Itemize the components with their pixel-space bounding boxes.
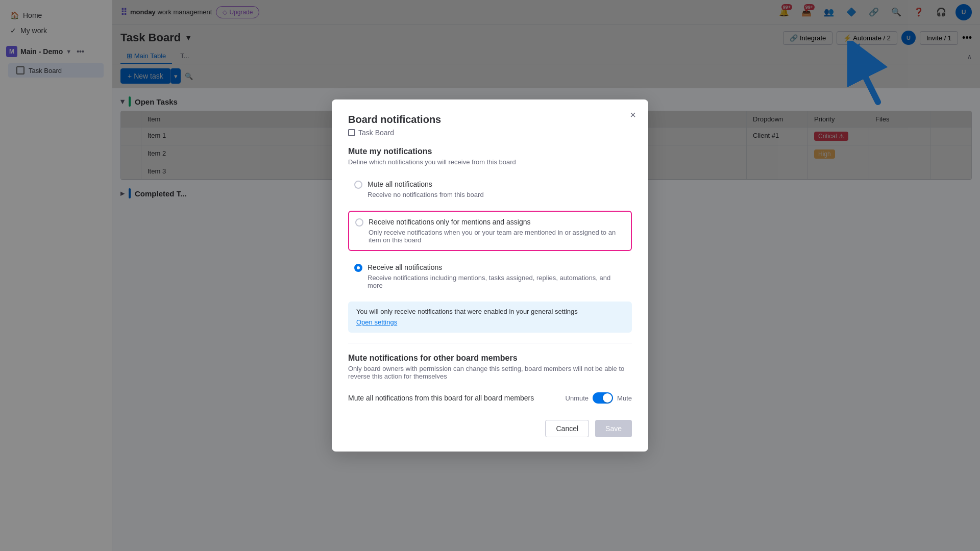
- mute-toggle[interactable]: [593, 392, 613, 404]
- option-all-notifications[interactable]: Receive all notifications Receive notifi…: [348, 257, 632, 295]
- mute-label: Mute: [617, 394, 632, 402]
- option-mute-all[interactable]: Mute all notifications Receive no notifi…: [348, 174, 632, 205]
- dialog-close-button[interactable]: ×: [626, 108, 640, 122]
- option-mute-all-row: Mute all notifications: [354, 180, 626, 189]
- mute-members-label: Mute all notifications from this board f…: [348, 394, 534, 402]
- option-mentions-title: Receive notifications only for mentions …: [369, 218, 531, 226]
- radio-mute-all[interactable]: [354, 181, 362, 189]
- radio-all-notifications[interactable]: [354, 264, 362, 272]
- unmute-label: Unmute: [566, 394, 589, 402]
- radio-inner: [357, 266, 360, 269]
- dialog-board-label: Task Board: [348, 129, 632, 137]
- option-all-row: Receive all notifications: [354, 263, 626, 272]
- section2-desc: Only board owners with permission can ch…: [348, 365, 632, 380]
- dialog-title: Board notifications: [348, 114, 632, 126]
- board-icon: [348, 129, 355, 136]
- radio-mentions-only[interactable]: [355, 218, 363, 227]
- board-notifications-dialog: × Board notifications Task Board Mute my…: [332, 99, 648, 452]
- option-all-desc: Receive notifications including mentions…: [368, 274, 626, 289]
- section1-title: Mute my notifications: [348, 147, 632, 156]
- option-mentions-only[interactable]: Receive notifications only for mentions …: [348, 211, 632, 251]
- option-mute-all-title: Mute all notifications: [368, 180, 432, 188]
- option-mute-all-desc: Receive no notifications from this board: [368, 191, 626, 198]
- option-all-title: Receive all notifications: [368, 263, 442, 271]
- save-button[interactable]: Save: [595, 420, 632, 437]
- dialog-board-name: Task Board: [358, 129, 394, 137]
- divider: [348, 343, 632, 343]
- info-box: You will only receive notifications that…: [348, 302, 632, 333]
- modal-overlay: × Board notifications Task Board Mute my…: [0, 0, 980, 551]
- mute-members-row: Mute all notifications from this board f…: [348, 388, 632, 408]
- option-mentions-row: Receive notifications only for mentions …: [355, 218, 625, 227]
- open-settings-link[interactable]: Open settings: [356, 318, 397, 326]
- cancel-button[interactable]: Cancel: [545, 420, 589, 437]
- info-box-text: You will only receive notifications that…: [356, 308, 624, 315]
- dialog-footer: Cancel Save: [348, 420, 632, 437]
- section1-desc: Define which notifications you will rece…: [348, 158, 632, 166]
- toggle-knob: [603, 393, 612, 403]
- option-mentions-desc: Only receive notifications when you or y…: [369, 229, 625, 244]
- toggle-group: Unmute Mute: [566, 392, 632, 404]
- section2-title: Mute notifications for other board membe…: [348, 354, 632, 363]
